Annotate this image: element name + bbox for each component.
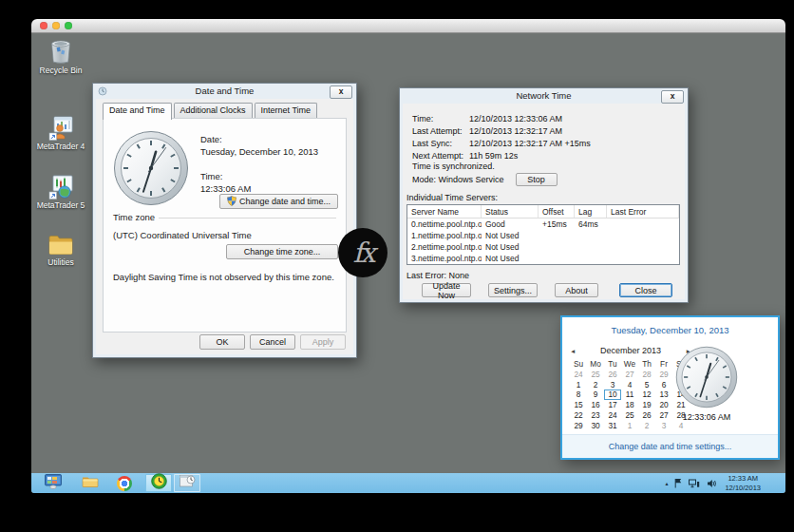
calendar-day[interactable]: 13	[655, 390, 672, 400]
calendar-day[interactable]: 12	[638, 390, 655, 400]
tray-date: 12/10/2013	[725, 484, 761, 493]
info-label: Time:	[412, 114, 469, 124]
calendar-day[interactable]: 26	[604, 370, 621, 380]
mac-minimize-button[interactable]	[52, 22, 60, 29]
calendar-day[interactable]: 4	[621, 380, 638, 390]
calendar-day[interactable]: 8	[570, 390, 587, 400]
close-icon[interactable]: x	[661, 90, 684, 104]
calendar-day[interactable]: 19	[638, 400, 655, 410]
mode-text: Mode: Windows Service	[412, 175, 504, 184]
calendar-day[interactable]: 6	[655, 380, 672, 390]
date-time-window-icon	[180, 474, 196, 492]
cancel-button[interactable]: Cancel	[250, 334, 295, 350]
dialog-titlebar[interactable]: Date and Time x	[93, 84, 356, 99]
desktop-icon-label: Recycle Bin	[33, 66, 88, 76]
calendar-day[interactable]: 24	[604, 410, 621, 421]
table-row[interactable]: 0.nettime.pool.ntp.org Good +15ms 64ms	[407, 218, 679, 230]
dialog-client-area: Time: 12/10/2013 12:33:06 AM Last Attemp…	[403, 104, 685, 299]
calendar-day[interactable]: 23	[587, 410, 604, 421]
windows-desktop: Recycle Bin	[31, 33, 785, 493]
col-lag[interactable]: Lag	[575, 205, 607, 218]
update-now-button[interactable]: Update Now	[422, 283, 471, 297]
taskbar-chrome[interactable]	[111, 474, 138, 492]
mac-close-button[interactable]	[40, 22, 47, 29]
calendar-day[interactable]: 1	[621, 421, 638, 431]
taskbar-file-explorer[interactable]	[77, 474, 104, 492]
action-center-flag-icon[interactable]	[674, 478, 682, 488]
calendar-day[interactable]: 27	[621, 370, 638, 380]
calendar-day[interactable]: 3	[655, 421, 672, 431]
calendar-day[interactable]: 25	[621, 410, 638, 421]
info-value: 12/10/2013 12:32:17 AM	[469, 126, 562, 136]
stop-button[interactable]: Stop	[516, 173, 558, 186]
mac-titlebar[interactable]	[31, 19, 785, 33]
group-separator	[159, 218, 336, 218]
about-button[interactable]: About	[555, 283, 598, 297]
calendar-day[interactable]: 22	[570, 410, 587, 421]
cell-status: Good	[482, 219, 539, 229]
calendar-day[interactable]: 15	[570, 400, 587, 410]
col-server-name[interactable]: Server Name	[407, 205, 482, 218]
col-last-error[interactable]: Last Error	[607, 205, 679, 218]
calendar-day[interactable]: 2	[587, 380, 604, 390]
calendar-day[interactable]: 29	[655, 370, 672, 380]
tray-clock[interactable]: 12:33 AM 12/10/2013	[725, 474, 761, 493]
col-status[interactable]: Status	[482, 205, 539, 218]
calendar-day[interactable]: 3	[604, 380, 621, 390]
desktop-icon-recycle-bin[interactable]: Recycle Bin	[33, 36, 88, 76]
calendar-day[interactable]: 16	[587, 400, 604, 410]
apply-button[interactable]: Apply	[300, 334, 346, 350]
desktop-icon-utilities[interactable]: Utilities	[33, 228, 88, 268]
table-row[interactable]: 1.nettime.pool.ntp.org Not Used	[407, 230, 679, 241]
table-row[interactable]: 3.nettime.pool.ntp.org Not Used	[407, 253, 679, 264]
calendar-day[interactable]: 20	[655, 400, 672, 410]
change-time-zone-button[interactable]: Change time zone...	[226, 244, 338, 259]
taskbar-date-time-applet[interactable]	[174, 474, 200, 492]
info-row: Next Attempt: 11h 59m 12s	[412, 149, 591, 162]
start-button[interactable]	[39, 474, 67, 492]
calendar-day[interactable]: 30	[587, 421, 604, 431]
calendar-day[interactable]: 4	[672, 421, 690, 431]
calendar-day[interactable]: 1	[570, 380, 587, 390]
volume-icon[interactable]	[707, 479, 717, 488]
ok-button[interactable]: OK	[199, 334, 245, 350]
calendar-day[interactable]: 29	[570, 421, 587, 431]
calendar-day[interactable]: 5	[638, 380, 655, 390]
prev-month-icon[interactable]: ◄	[570, 348, 583, 354]
settings-button[interactable]: Settings...	[488, 283, 538, 297]
cell-server-name: 1.nettime.pool.ntp.org	[407, 231, 482, 240]
calendar-day[interactable]: 31	[604, 421, 621, 431]
sync-info-rows: Time: 12/10/2013 12:33:06 AM Last Attemp…	[412, 112, 591, 162]
dialog-titlebar[interactable]: Network Time x	[400, 88, 688, 104]
table-row[interactable]: 2.nettime.pool.ntp.org Not Used	[407, 241, 679, 253]
tab-internet-time[interactable]: Internet Time	[255, 103, 318, 118]
calendar-day[interactable]: 9	[587, 390, 604, 400]
network-icon[interactable]	[689, 479, 700, 488]
calendar-day[interactable]: 18	[621, 400, 638, 410]
close-button[interactable]: Close	[619, 283, 672, 297]
change-date-time-button[interactable]: Change date and time...	[219, 194, 338, 209]
col-offset[interactable]: Offset	[539, 205, 575, 218]
calendar-day-selected[interactable]: 10	[604, 390, 621, 400]
show-hidden-icons-button[interactable]: ▴	[665, 481, 668, 486]
change-date-time-settings-link[interactable]: Change date and time settings...	[609, 442, 732, 451]
calendar-day[interactable]: 25	[587, 370, 604, 380]
cell-server-name: 3.nettime.pool.ntp.org	[407, 254, 482, 263]
time-label: Time:	[200, 171, 222, 181]
calendar-day[interactable]: 27	[655, 410, 672, 421]
desktop-icon-metatrader4[interactable]: MetaTrader 4	[33, 112, 88, 152]
calendar-day[interactable]: 26	[638, 410, 655, 421]
tab-date-and-time[interactable]: Date and Time	[103, 103, 172, 120]
calendar-day[interactable]: 2	[638, 421, 655, 431]
close-icon[interactable]: x	[330, 86, 352, 99]
mac-zoom-button[interactable]	[65, 22, 72, 29]
tab-additional-clocks[interactable]: Additional Clocks	[174, 103, 253, 118]
calendar-day[interactable]: 11	[621, 390, 638, 400]
month-label[interactable]: December 2013	[583, 346, 678, 355]
calendar-day[interactable]: 24	[570, 370, 587, 380]
calendar-day[interactable]: 17	[604, 400, 621, 410]
taskbar-nettime-active[interactable]	[145, 474, 172, 492]
calendar-day[interactable]: 28	[638, 370, 655, 380]
desktop-icon-metatrader5[interactable]: MetaTrader 5	[33, 171, 88, 211]
analog-clock	[113, 130, 189, 210]
